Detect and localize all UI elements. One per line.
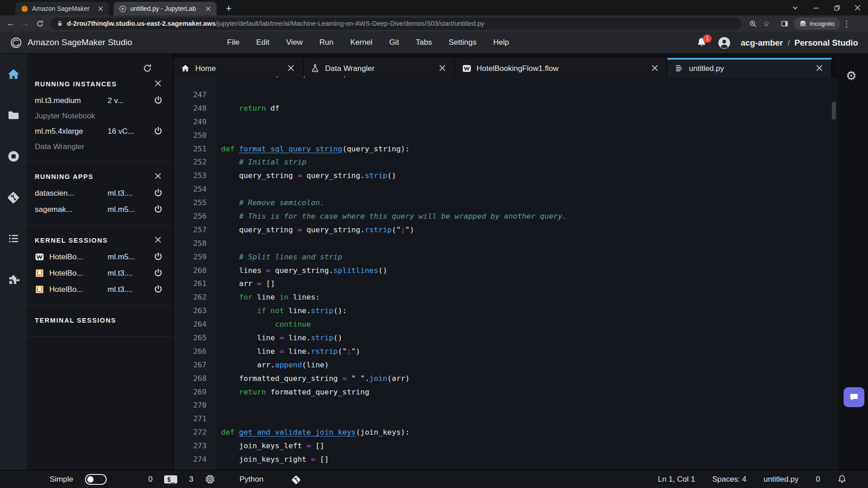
power-icon[interactable] xyxy=(154,205,164,215)
refresh-icon[interactable] xyxy=(143,64,152,73)
code-line: 252 # Initial strip xyxy=(174,155,838,169)
stop-instances-icon[interactable] xyxy=(3,146,24,167)
brand: Amazon SageMaker Studio xyxy=(10,37,132,49)
running-sessions-icon[interactable] xyxy=(3,228,24,249)
side-panel-icon[interactable] xyxy=(778,17,791,30)
sagemaker-cube-favicon xyxy=(21,5,28,13)
sidebar-item[interactable]: HotelBo...ml.t3.... xyxy=(27,265,173,282)
forward-button[interactable]: → xyxy=(18,16,33,31)
power-icon[interactable] xyxy=(154,188,164,198)
line-number: 262 xyxy=(174,291,217,304)
window-restore-button[interactable] xyxy=(826,0,847,15)
power-icon[interactable] xyxy=(154,127,164,136)
menu-git[interactable]: Git xyxy=(389,38,399,47)
code-line: 254 xyxy=(174,183,838,196)
main-dock: HomeData WranglerHotelBookingFlow1.flowu… xyxy=(174,54,838,470)
doc-tab-close-icon[interactable] xyxy=(439,65,447,73)
code-text xyxy=(217,237,221,250)
home-icon xyxy=(181,64,190,73)
settings-gear-icon[interactable]: ⚙ xyxy=(846,70,857,82)
power-icon[interactable] xyxy=(154,96,164,106)
account-label[interactable]: acg-amber/Personal Studio xyxy=(741,38,858,48)
code-line: 256 # This is for the case where this qu… xyxy=(174,210,838,223)
simple-mode-toggle[interactable] xyxy=(85,474,107,485)
doc-tab-close-icon[interactable] xyxy=(816,65,824,73)
menu-help[interactable]: Help xyxy=(493,38,509,47)
menu-view[interactable]: View xyxy=(286,38,303,47)
sidebar-item[interactable]: HotelBo...ml.t3.... xyxy=(27,282,173,298)
browser-tab-sagemaker[interactable]: Amazon SageMaker xyxy=(15,2,109,15)
flow-icon xyxy=(35,252,45,262)
code-text: # Split lines and strip xyxy=(217,250,342,264)
sidebar-item[interactable]: sagemak...ml.m5... xyxy=(27,202,173,218)
item-detail: ml.t3.... xyxy=(108,285,154,294)
kernel-chip-icon[interactable] xyxy=(205,474,215,484)
mode-label: Simple xyxy=(50,475,73,484)
sidebar-item[interactable]: ml.t3.medium2 v... xyxy=(27,93,173,109)
menu-run[interactable]: Run xyxy=(320,38,334,47)
editor-scrollbar-thumb[interactable] xyxy=(832,102,836,120)
bookmark-star-icon[interactable]: ☆ xyxy=(760,17,773,30)
power-icon[interactable] xyxy=(154,252,164,262)
line-number: 261 xyxy=(174,277,217,291)
window-close-button[interactable] xyxy=(847,0,868,15)
git-status-icon[interactable] xyxy=(291,474,301,484)
window-minimize-button[interactable] xyxy=(806,0,826,15)
menu-kernel[interactable]: Kernel xyxy=(350,38,373,47)
back-button[interactable]: ← xyxy=(4,16,18,31)
extensions-puzzle-icon[interactable] xyxy=(3,269,24,290)
code-line: 251def format_sql_query_string(query_str… xyxy=(174,142,838,156)
sidebar-item[interactable]: datascien...ml.t3.... xyxy=(27,185,173,202)
code-editor[interactable]: ' ' ' 247248 return df249250251def forma… xyxy=(174,77,838,470)
statusbar-bell-icon[interactable] xyxy=(837,474,847,484)
menu-edit[interactable]: Edit xyxy=(256,38,269,47)
power-icon[interactable] xyxy=(154,268,164,278)
notifications-bell-icon[interactable]: 1 xyxy=(696,37,708,49)
cursor-position[interactable]: Ln 1, Col 1 xyxy=(658,475,695,484)
power-icon[interactable] xyxy=(154,285,164,295)
browser-menu-kebab-icon[interactable]: ⋮ xyxy=(840,17,854,30)
line-number: 267 xyxy=(174,358,217,372)
code-line: 250 xyxy=(174,129,838,142)
code-line: 263 if not line.strip(): xyxy=(174,304,838,318)
browser-toolbar: ← → d-2rou7thinqlw.studio.us-east-2.sage… xyxy=(0,15,868,32)
zoom-page-icon[interactable] xyxy=(746,17,760,30)
menu-settings[interactable]: Settings xyxy=(449,38,476,47)
chat-feedback-button[interactable] xyxy=(844,387,864,407)
new-tab-button[interactable]: + xyxy=(222,2,236,15)
section-close-icon[interactable] xyxy=(155,173,163,181)
url-bar[interactable]: d-2rou7thinqlw.studio.us-east-2.sagemake… xyxy=(51,18,741,30)
statusbar-notifications-count: 0 xyxy=(816,475,820,484)
code-text xyxy=(217,183,221,196)
terminal-icon[interactable]: $_ xyxy=(164,475,177,483)
sidebar-item[interactable]: ml.m5.4xlarge16 vC... xyxy=(27,123,173,140)
kernel-language-label[interactable]: Python xyxy=(240,475,264,484)
git-rail-icon[interactable] xyxy=(3,187,24,208)
doc-tab-hotelbookingflow1-flow[interactable]: HotelBookingFlow1.flow xyxy=(455,58,667,77)
section-close-icon[interactable] xyxy=(155,80,163,88)
code-text: # This is for the case where this query … xyxy=(217,210,567,223)
code-line: 261 arr = [] xyxy=(174,277,838,291)
tab-search-chevron-icon[interactable] xyxy=(785,0,806,15)
code-line: 265 line = line.strip() xyxy=(174,331,838,345)
code-line: 269 return formatted_query_string xyxy=(174,385,838,399)
section-close-icon[interactable] xyxy=(155,236,163,244)
browser-tab-close-icon[interactable] xyxy=(97,5,104,13)
menu-tabs[interactable]: Tabs xyxy=(416,38,432,47)
file-browser-icon[interactable] xyxy=(3,105,24,126)
doc-tab-close-icon[interactable] xyxy=(288,65,296,73)
doc-tab-untitled-py[interactable]: untitled.py xyxy=(667,58,832,77)
code-text: line = line.rstrip(";") xyxy=(217,345,360,358)
indent-setting[interactable]: Spaces: 4 xyxy=(712,475,746,484)
menu-file[interactable]: File xyxy=(227,38,239,47)
home-rail-icon[interactable] xyxy=(3,64,24,84)
section-header-running-apps: RUNNING APPS xyxy=(27,169,173,184)
doc-tab-close-icon[interactable] xyxy=(651,65,660,73)
browser-tab-jupyterlab[interactable]: untitled.py - JupyterLab xyxy=(113,2,217,15)
avatar[interactable] xyxy=(718,37,731,49)
browser-tab-close-icon[interactable] xyxy=(204,5,212,13)
line-number: 270 xyxy=(174,399,217,412)
sidebar-item[interactable]: HotelBo...ml.m5... xyxy=(27,249,173,265)
line-number: 259 xyxy=(174,250,217,264)
reload-button[interactable] xyxy=(33,16,47,31)
